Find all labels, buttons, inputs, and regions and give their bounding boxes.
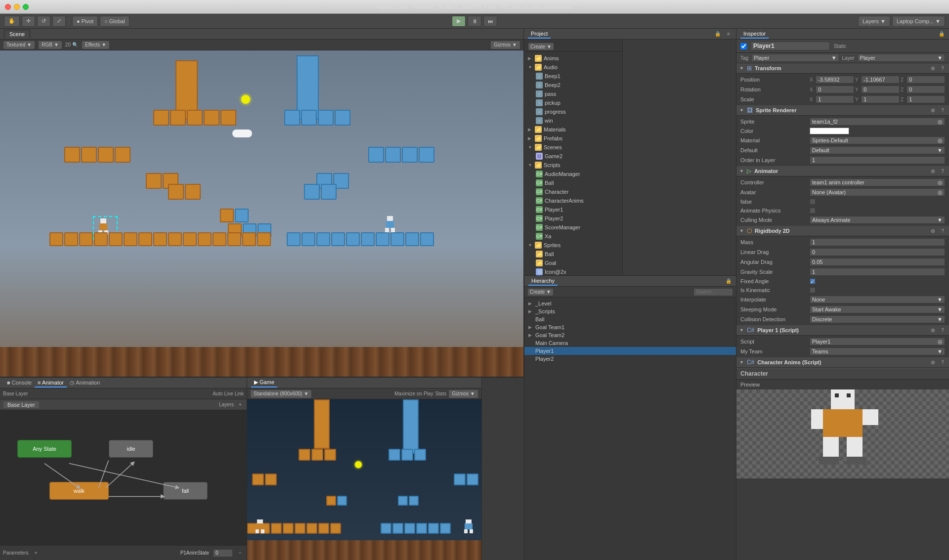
material-select[interactable]: Sprites-Default ◎	[810, 136, 945, 144]
game-viewport[interactable]	[247, 399, 481, 560]
tab-animator[interactable]: ≡ Animator	[35, 379, 67, 388]
angular-drag-input[interactable]	[810, 258, 945, 266]
player1-question-icon[interactable]: ?	[939, 327, 946, 334]
tree-scoremanager[interactable]: C# ScoreManager	[524, 223, 622, 232]
inspector-lock-icon[interactable]: 🔒	[938, 31, 945, 38]
hierarchy-lock-icon[interactable]: 🔒	[725, 278, 732, 285]
step-button[interactable]: ⏭	[483, 16, 497, 27]
rot-y-input[interactable]	[861, 86, 900, 93]
pause-button[interactable]: ⏸	[468, 16, 481, 27]
pos-y-input[interactable]	[861, 76, 900, 84]
hand-tool[interactable]: ✋	[4, 16, 20, 27]
rigidbody2d-header[interactable]: ▼ ⬡ Rigidbody 2D ⚙ ?	[736, 226, 949, 236]
transform-question-icon[interactable]: ?	[939, 65, 946, 72]
tag-select[interactable]: Player ▼	[751, 54, 839, 62]
tab-project[interactable]: Project	[528, 30, 551, 39]
param-minus-icon[interactable]: −	[237, 550, 244, 557]
tree-win[interactable]: ♪ win	[524, 116, 622, 125]
hier-player2[interactable]: ▶ Player2	[524, 355, 736, 363]
hierarchy-create-btn[interactable]: Create ▼	[527, 288, 554, 296]
rgb-dropdown[interactable]: RGB ▼	[38, 41, 62, 49]
tree-beep1[interactable]: ♪ Beep1	[524, 72, 622, 81]
tree-player1-script[interactable]: C# Player1	[524, 205, 622, 214]
animator-settings-icon[interactable]: ⚙	[929, 168, 936, 174]
play-button[interactable]: ▶	[452, 16, 466, 27]
tree-game2[interactable]: ⊡ Game2	[524, 152, 622, 161]
hier-level[interactable]: ▶ _Level	[524, 300, 736, 307]
player1-settings-icon[interactable]: ⚙	[929, 327, 936, 334]
sleeping-mode-select[interactable]: Start Awake ▼	[810, 305, 945, 313]
controller-select[interactable]: team1 anim controller ◎	[810, 178, 945, 186]
tree-sprites-ball[interactable]: 📁 Ball	[524, 250, 622, 258]
tab-scene[interactable]: Scene	[4, 30, 30, 38]
character-anims-header[interactable]: ▼ C# Character Anims (Script) ⚙ ?	[736, 357, 949, 368]
rotate-tool[interactable]: ↺	[37, 16, 50, 27]
effects-dropdown[interactable]: Effects ▼	[82, 41, 110, 49]
active-checkbox[interactable]	[740, 43, 747, 49]
scale-z-input[interactable]	[906, 95, 945, 103]
script-select[interactable]: Player1 ◎	[810, 338, 945, 345]
base-layer-btn[interactable]: Base Layer	[3, 401, 40, 409]
rot-z-input[interactable]	[906, 86, 945, 93]
gravity-scale-input[interactable]	[810, 268, 945, 276]
tree-sprites-goal[interactable]: 📁 Goal	[524, 258, 622, 267]
layer-select[interactable]: Player ▼	[858, 54, 945, 62]
hier-scripts[interactable]: ▶ _Scripts	[524, 307, 736, 315]
rigidbody-settings-icon[interactable]: ⚙	[929, 227, 936, 234]
sorting-layer-select[interactable]: Default ▼	[810, 146, 945, 154]
tree-icon2x[interactable]: 🖼 Icon@2x	[524, 267, 622, 275]
layers-dropdown[interactable]: Layers ▼	[858, 16, 890, 27]
order-in-layer-input[interactable]	[810, 156, 945, 164]
textured-dropdown[interactable]: Textured ▼	[3, 41, 35, 49]
tab-animation[interactable]: ◷ Animation	[67, 379, 103, 388]
my-team-select[interactable]: Teams ▼	[810, 347, 945, 355]
tree-xa[interactable]: C# Xa	[524, 232, 622, 241]
animator-comp-header[interactable]: ▼ ▷ Animator ⚙ ?	[736, 166, 949, 176]
tab-hierarchy[interactable]: Hierarchy	[528, 277, 558, 286]
animator-graph[interactable]: Any State idle walk fall	[0, 410, 247, 545]
state-any-node[interactable]: Any State	[17, 440, 72, 458]
hier-goalteam2[interactable]: ▶ Goal Team2	[524, 331, 736, 339]
transform-header[interactable]: ▼ ⊞ Transform ⚙ ?	[736, 63, 949, 74]
hierarchy-search[interactable]	[693, 288, 733, 296]
tab-console[interactable]: ■ Console	[4, 379, 35, 388]
tree-scenes[interactable]: ▼ 📁 Scenes	[524, 143, 622, 152]
scene-viewport[interactable]	[0, 50, 523, 377]
project-lock-icon[interactable]: 🔒	[714, 31, 721, 38]
zoom-in-icon[interactable]: 🔍	[72, 42, 79, 48]
tree-pickup[interactable]: ♪ pickup	[524, 98, 622, 107]
pos-x-input[interactable]	[816, 76, 854, 84]
hier-ball[interactable]: ▶ Ball	[524, 315, 736, 323]
hier-maincamera[interactable]: ▶ Main Camera	[524, 339, 736, 347]
state-walk-node[interactable]: walk	[49, 482, 109, 500]
char-anims-question-icon[interactable]: ?	[939, 359, 946, 366]
tree-materials[interactable]: ▶ 📁 Materials	[524, 125, 622, 134]
tree-characteranims[interactable]: C# CharacterAnims	[524, 196, 622, 205]
char-anims-settings-icon[interactable]: ⚙	[929, 359, 936, 366]
pos-z-input[interactable]	[906, 76, 945, 84]
linear-drag-input[interactable]	[810, 248, 945, 256]
tab-inspector[interactable]: Inspector	[740, 30, 769, 39]
tree-progress[interactable]: ♪ progress	[524, 107, 622, 116]
is-kinematic-checkbox[interactable]	[810, 287, 816, 293]
tree-audio[interactable]: ▼ 📁 Audio	[524, 63, 622, 72]
close-button[interactable]	[5, 4, 11, 10]
sprite-settings-icon[interactable]: ⚙	[929, 107, 936, 114]
gizmos-dropdown[interactable]: Gizmos ▼	[490, 41, 520, 49]
culling-mode-select[interactable]: Always Animate ▼	[810, 216, 945, 224]
rot-x-input[interactable]	[816, 86, 854, 93]
add-layer-icon[interactable]: +	[237, 401, 244, 408]
scale-x-input[interactable]	[816, 95, 854, 103]
apply-root-motion-checkbox[interactable]	[810, 199, 816, 205]
animator-question-icon[interactable]: ?	[939, 168, 946, 174]
transform-settings-icon[interactable]: ⚙	[929, 65, 936, 72]
sprite-select[interactable]: team1a_f2 ◎	[810, 118, 945, 126]
interpolate-select[interactable]: None ▼	[810, 296, 945, 303]
scale-tool[interactable]: ⤢	[52, 16, 66, 27]
mass-input[interactable]	[810, 238, 945, 246]
animate-physics-checkbox[interactable]	[810, 208, 816, 214]
tree-audiomanager[interactable]: C# AudioManager	[524, 170, 622, 178]
tree-scripts[interactable]: ▼ 📁 Scripts	[524, 161, 622, 170]
param-value-input[interactable]	[213, 549, 233, 557]
state-idle-node[interactable]: idle	[109, 440, 153, 458]
